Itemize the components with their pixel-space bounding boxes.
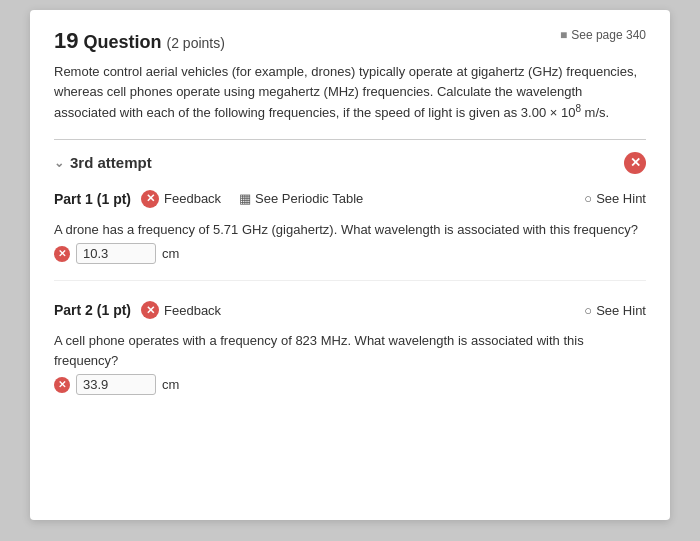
- part1-error-inline-icon: ✕: [54, 246, 70, 262]
- part2-feedback-label: Feedback: [164, 303, 221, 318]
- part1-question-text: A drone has a frequency of 5.71 GHz (gig…: [54, 222, 638, 237]
- question-body-text: Remote control aerial vehicles (for exam…: [54, 64, 637, 120]
- question-label: Question: [84, 32, 162, 52]
- part1-hint-icon: ○: [584, 191, 592, 206]
- part1-section: Part 1 (1 pt) ✕ Feedback ▦ See Periodic …: [54, 190, 646, 282]
- part1-answer-row: ✕ cm: [54, 243, 646, 264]
- attempt-label: ⌄ 3rd attempt: [54, 154, 152, 171]
- question-points: (2 points): [167, 35, 225, 51]
- part2-error-inline-icon: ✕: [54, 377, 70, 393]
- question-header: 19 Question (2 points) ■ See page 340: [54, 28, 646, 54]
- part2-body: A cell phone operates with a frequency o…: [54, 331, 646, 395]
- section-divider: [54, 139, 646, 140]
- periodic-table-icon: ▦: [239, 191, 251, 206]
- see-page-label: See page 340: [571, 28, 646, 42]
- part2-answer-input[interactable]: [76, 374, 156, 395]
- part2-feedback-error-icon: ✕: [141, 301, 159, 319]
- part2-feedback-button[interactable]: ✕ Feedback: [141, 301, 221, 319]
- question-body-end: m/s.: [581, 105, 609, 120]
- question-number: 19: [54, 28, 78, 53]
- part2-see-hint-button[interactable]: ○ See Hint: [584, 303, 646, 318]
- part1-feedback-label: Feedback: [164, 191, 221, 206]
- part1-label: Part 1 (1 pt): [54, 191, 131, 207]
- part1-body: A drone has a frequency of 5.71 GHz (gig…: [54, 220, 646, 265]
- periodic-table-label: See Periodic Table: [255, 191, 363, 206]
- attempt-row: ⌄ 3rd attempt ✕: [54, 152, 646, 174]
- part1-feedback-button[interactable]: ✕ Feedback: [141, 190, 221, 208]
- part2-hint-icon: ○: [584, 303, 592, 318]
- part1-unit: cm: [162, 244, 179, 264]
- part2-answer-row: ✕ cm: [54, 374, 646, 395]
- close-attempt-button[interactable]: ✕: [624, 152, 646, 174]
- part2-section: Part 2 (1 pt) ✕ Feedback ○ See Hint A ce…: [54, 301, 646, 411]
- part1-header: Part 1 (1 pt) ✕ Feedback ▦ See Periodic …: [54, 190, 646, 208]
- question-text: Remote control aerial vehicles (for exam…: [54, 62, 646, 123]
- part1-feedback-error-icon: ✕: [141, 190, 159, 208]
- attempt-text: 3rd attempt: [70, 154, 152, 171]
- part2-question-text: A cell phone operates with a frequency o…: [54, 333, 584, 368]
- page-icon: ■: [560, 28, 567, 42]
- chevron-icon: ⌄: [54, 156, 64, 170]
- part2-hint-label: See Hint: [596, 303, 646, 318]
- part2-label: Part 2 (1 pt): [54, 302, 131, 318]
- part1-see-hint-button[interactable]: ○ See Hint: [584, 191, 646, 206]
- part1-hint-label: See Hint: [596, 191, 646, 206]
- part2-header: Part 2 (1 pt) ✕ Feedback ○ See Hint: [54, 301, 646, 319]
- part2-unit: cm: [162, 375, 179, 395]
- part1-answer-input[interactable]: [76, 243, 156, 264]
- periodic-table-button[interactable]: ▦ See Periodic Table: [239, 191, 363, 206]
- question-title: 19 Question (2 points): [54, 28, 225, 54]
- see-page-link[interactable]: ■ See page 340: [560, 28, 646, 42]
- main-page: 19 Question (2 points) ■ See page 340 Re…: [30, 10, 670, 520]
- close-icon: ✕: [630, 155, 641, 170]
